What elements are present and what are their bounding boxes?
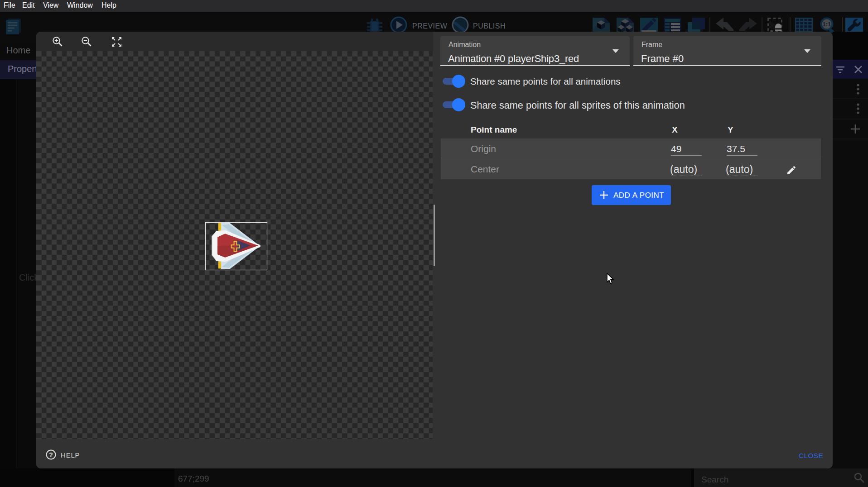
svg-text:1:1: 1:1	[823, 21, 831, 28]
svg-text:?: ?	[49, 451, 53, 458]
